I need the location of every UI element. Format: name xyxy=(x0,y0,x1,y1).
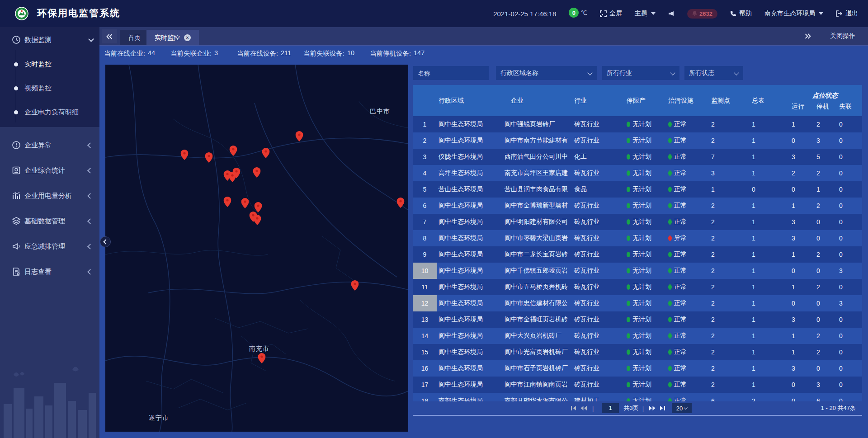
first-page-icon xyxy=(571,405,577,411)
table-row[interactable]: 13 阆中生态环境局 阆中市金福旺页岩机砖 砖瓦行业 无计划 正常 2 1 3 … xyxy=(413,311,862,328)
table-row[interactable]: 4 高坪生态环境局 南充市高坪区王家店建 砖瓦行业 无计划 正常 3 1 2 2… xyxy=(413,165,862,181)
cell-stop-plan: 无计划 xyxy=(623,397,665,401)
table-row[interactable]: 5 营山生态环境局 营山县润丰肉食品有限 食品 无计划 正常 1 0 0 1 0 xyxy=(413,181,862,198)
status-dot-green-icon xyxy=(668,349,672,355)
next-page-button[interactable] xyxy=(647,405,657,411)
status-select[interactable]: 所有状态 xyxy=(684,66,743,80)
sidebar-item-data-monitor[interactable]: 数据监测 xyxy=(0,27,99,52)
sidebar-item-emergency-reduction[interactable]: 应急减排管理 xyxy=(0,234,99,259)
voice-broadcast-button[interactable] xyxy=(668,10,675,17)
cell-region: 阆中生态环境局 xyxy=(437,267,503,275)
map-marker[interactable] xyxy=(258,353,266,365)
sidebar-item-base-data[interactable]: 基础数据管理 xyxy=(0,208,99,234)
cell-offline: 0 xyxy=(835,121,862,128)
table-row[interactable]: 14 阆中生态环境局 阆中大兴页岩机砖厂 砖瓦行业 无计划 正常 2 1 1 2… xyxy=(413,328,862,344)
table-row[interactable]: 9 阆中生态环境局 阆中市二龙长宝页岩砖 砖瓦行业 无计划 正常 2 1 1 2… xyxy=(413,246,862,263)
pin-icon xyxy=(253,167,261,178)
pin-icon xyxy=(230,146,237,156)
map-marker[interactable] xyxy=(181,150,189,162)
fullscreen-button[interactable]: 全屏 xyxy=(600,9,622,18)
status-dot-green-icon xyxy=(627,154,630,160)
filter-bar: 行政区域名称 所有行业 所有状态 xyxy=(413,66,743,80)
notification-pill[interactable]: 2632 xyxy=(687,9,717,19)
table-row[interactable]: 12 阆中生态环境局 阆中市忠信建材有限公 砖瓦行业 无计划 正常 2 1 0 … xyxy=(413,295,862,311)
last-page-icon xyxy=(659,405,665,411)
sidebar-item-realtime-monitor[interactable]: 实时监控 xyxy=(0,52,99,76)
table-row[interactable]: 17 阆中生态环境局 阆中市江南镇阆南页岩 砖瓦行业 无计划 正常 2 1 0 … xyxy=(413,377,862,393)
cell-facility-status: 正常 xyxy=(665,169,707,177)
theme-button[interactable]: 主题 xyxy=(635,9,656,18)
table-row[interactable]: 16 阆中生态环境局 阆中市石子页岩机砖厂 砖瓦行业 无计划 正常 2 1 3 … xyxy=(413,360,862,377)
page-size-select[interactable]: 20 xyxy=(672,403,692,413)
table-row[interactable]: 15 阆中生态环境局 阆中市光富页岩机砖厂 砖瓦行业 无计划 正常 2 1 1 … xyxy=(413,344,862,360)
chevron-left-icon xyxy=(103,239,108,244)
map-panel[interactable]: 巴中市 南充市 遂宁市 xyxy=(105,65,408,432)
table-row[interactable]: 7 阆中生态环境局 阆中明阳建材有限公司 砖瓦行业 无计划 正常 2 1 3 0… xyxy=(413,214,862,230)
temperature-widget: 0 ℃ xyxy=(569,9,587,18)
map-marker[interactable] xyxy=(262,148,270,160)
status-dot-green-icon xyxy=(627,170,630,176)
cell-company: 阆中市五马桥页岩机砖 xyxy=(503,283,572,291)
tab-home[interactable]: 首页 xyxy=(120,30,149,45)
map-marker[interactable] xyxy=(241,198,249,210)
scroll-tabs-left-button[interactable] xyxy=(102,29,117,43)
name-search-input[interactable] xyxy=(413,66,489,80)
sidebar-item-log-view[interactable]: 日志查看 xyxy=(0,259,99,284)
close-operations-button[interactable]: 关闭操作 xyxy=(830,32,855,40)
table-row[interactable]: 18 南部生态环境局 南部县砌华水泥有限公 建材加工 无计划 正常 6 2 0 … xyxy=(413,393,862,401)
page-number-input[interactable]: 1 xyxy=(602,403,619,413)
help-button[interactable]: 帮助 xyxy=(730,9,752,18)
last-page-button[interactable] xyxy=(657,405,667,411)
status-dot-green-icon xyxy=(668,170,672,176)
first-page-button[interactable] xyxy=(569,405,579,411)
cell-industry: 砖瓦行业 xyxy=(572,267,623,275)
cell-industry: 砖瓦行业 xyxy=(572,234,623,242)
map-marker[interactable] xyxy=(224,197,231,209)
table-row[interactable]: 10 阆中生态环境局 阆中千佛镇五郎垭页岩 砖瓦行业 无计划 正常 2 1 0 … xyxy=(413,263,862,279)
col-industry: 行业 xyxy=(572,85,623,116)
industry-select[interactable]: 所有行业 xyxy=(602,66,679,80)
chevron-left-icon xyxy=(87,218,93,224)
cell-region: 阆中生态环境局 xyxy=(437,250,503,259)
sidebar-item-video-monitor[interactable]: 视频监控 xyxy=(0,76,99,100)
map-marker[interactable] xyxy=(351,280,359,292)
map-marker[interactable] xyxy=(296,131,303,143)
logout-button[interactable]: 退出 xyxy=(836,9,858,18)
table-row[interactable]: 2 阆中生态环境局 阆中市南方节能建材有 砖瓦行业 无计划 正常 2 1 0 3… xyxy=(413,132,862,149)
status-dot-green-icon xyxy=(627,138,630,143)
cell-stopped: 5 xyxy=(813,153,835,160)
cell-region: 南部生态环境局 xyxy=(437,397,503,401)
sidebar-item-enterprise-abnormal[interactable]: 企业异常 xyxy=(0,132,99,158)
cell-stop-plan: 无计划 xyxy=(623,364,665,372)
table-row[interactable]: 6 阆中生态环境局 阆中市金博瑞新型墙材 砖瓦行业 无计划 正常 2 1 1 2… xyxy=(413,198,862,214)
table-row[interactable]: 1 阆中生态环境局 阆中强锐页岩砖厂 砖瓦行业 无计划 正常 2 1 1 2 0 xyxy=(413,116,862,132)
main-content: 当前在线企业: 44 当前失联企业: 3 当前在线设备: 211 当前失联设备:… xyxy=(99,45,868,438)
map-marker[interactable] xyxy=(254,215,261,227)
map-marker[interactable] xyxy=(230,146,237,158)
map-marker[interactable] xyxy=(253,167,261,179)
scroll-tabs-right-button[interactable] xyxy=(803,33,813,39)
prev-page-button[interactable] xyxy=(579,405,589,411)
stat-value: 44 xyxy=(148,49,155,60)
org-selector[interactable]: 南充市生态环境局 xyxy=(764,9,823,18)
table-row[interactable]: 8 阆中生态环境局 阆中市枣碧大梁山页岩 砖瓦行业 无计划 异常 2 1 3 0… xyxy=(413,230,862,246)
status-dot-green-icon xyxy=(668,317,672,322)
map-city-label: 巴中市 xyxy=(370,108,390,116)
sidebar-item-power-load-detail[interactable]: 企业电力负荷明细 xyxy=(0,100,99,124)
table-row[interactable]: 11 阆中生态环境局 阆中市五马桥页岩机砖 砖瓦行业 无计划 正常 2 1 1 … xyxy=(413,279,862,295)
map-marker[interactable] xyxy=(233,168,241,180)
status-dot-green-icon xyxy=(627,317,630,322)
cell-region: 阆中生态环境局 xyxy=(437,202,503,210)
close-tab-icon[interactable]: × xyxy=(184,34,191,41)
map-marker[interactable] xyxy=(205,152,213,165)
cell-monitor-points: 1 xyxy=(707,186,747,193)
table-row[interactable]: 3 仪陇生态环境局 西南油气田分公司川中 化工 无计划 正常 7 1 3 5 0 xyxy=(413,149,862,165)
cell-facility-status: 正常 xyxy=(665,267,707,275)
sidebar-item-power-analysis[interactable]: 企业用电量分析 xyxy=(0,183,99,208)
map-marker[interactable] xyxy=(397,198,405,210)
cell-stopped: 2 xyxy=(813,202,835,209)
map-collapse-handle[interactable] xyxy=(100,236,111,247)
region-select[interactable]: 行政区域名称 xyxy=(496,66,597,80)
sidebar-item-enterprise-statistics[interactable]: 企业综合统计 xyxy=(0,158,99,183)
tab-realtime-monitor[interactable]: 实时监控 × xyxy=(146,30,199,45)
